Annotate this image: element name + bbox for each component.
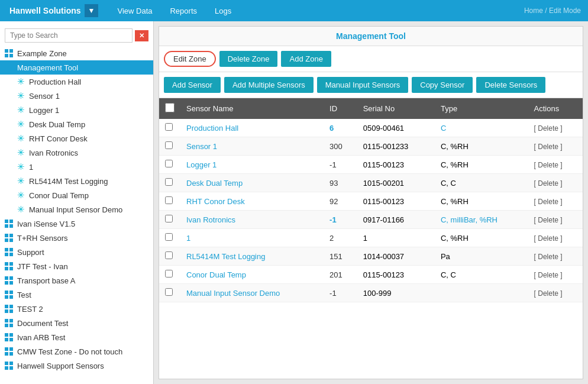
sidebar-item-support[interactable]: Support [0,245,153,259]
main-nav: View Data Reports Logs [109,3,240,19]
sensor-name-link[interactable]: Ivan Rotronics [186,215,235,224]
col-type: Type [435,98,528,119]
svg-rect-34 [5,309,8,313]
sidebar-item-ivan-rotronics[interactable]: ✳Ivan Rotronics [0,146,153,160]
sidebar-item-1[interactable]: ✳1 [0,160,153,174]
svg-rect-4 [5,63,8,67]
sensor-name-link[interactable]: Manual Input Sensor Demo [186,289,280,298]
sensor-id: 92 [324,192,357,211]
sensor-name-link[interactable]: Logger 1 [186,160,217,169]
row-checkbox[interactable] [165,141,173,149]
sidebar-item-sensor-1[interactable]: ✳Sensor 1 [0,89,153,103]
row-checkbox[interactable] [165,196,173,204]
sidebar-item-ivan-arb[interactable]: Ivan ARB Test [0,330,153,344]
search-clear-button[interactable]: ✕ [135,30,148,41]
search-input[interactable] [5,28,133,43]
row-checkbox[interactable] [165,160,173,167]
sidebar-item-test2[interactable]: TEST 2 [0,302,153,316]
sensor-icon: ✳ [15,147,26,158]
grid-icon [4,62,14,73]
svg-rect-49 [9,362,13,365]
sidebar-item-transport-base[interactable]: Transport base A [0,273,153,288]
sensor-id: -1 [324,156,357,174]
svg-rect-26 [5,281,8,285]
sidebar-item-document-test[interactable]: Document Test [0,316,153,330]
sidebar-items-container: Example Zone Management Tool✳Production … [0,46,153,373]
delete-sensor-button[interactable]: [ Delete ] [534,124,563,133]
add-sensor-button[interactable]: Add Sensor [164,77,221,93]
delete-sensors-button[interactable]: Delete Sensors [476,77,545,93]
select-all-checkbox[interactable] [165,103,175,112]
delete-sensor-button[interactable]: [ Delete ] [534,161,563,169]
sensor-name-link[interactable]: Desk Dual Temp [186,179,243,188]
sensor-name-link[interactable]: 1 [186,234,190,243]
sidebar-item-jtf-test[interactable]: JTF Test - Ivan [0,259,153,273]
sidebar-item-production-hall[interactable]: ✳Production Hall [0,75,153,89]
sensor-name-link[interactable]: RHT Conor Desk [186,197,245,206]
sensor-name-link[interactable]: Sensor 1 [186,142,217,151]
sidebar-item-cmw-test[interactable]: CMW Test Zone - Do not touch [0,344,153,359]
brand-dropdown[interactable]: ▼ [85,4,99,17]
svg-rect-39 [9,324,13,327]
add-multiple-sensors-button[interactable]: Add Multiple Sensors [224,77,314,93]
sensor-name-link[interactable]: Production Hall [186,124,238,133]
sensor-id: 2 [324,229,357,247]
sidebar-item-rl5414m[interactable]: ✳RL5414M Test Logging [0,174,153,188]
svg-rect-32 [5,305,8,308]
sensor-serial: 0115-001233 [357,137,435,156]
nav-reports[interactable]: Reports [161,3,205,19]
svg-rect-37 [9,319,13,322]
svg-rect-27 [9,281,13,285]
sensor-id: 201 [324,266,357,284]
delete-sensor-button[interactable]: [ Delete ] [534,234,563,243]
copy-sensor-button[interactable]: Copy Sensor [412,77,473,93]
sidebar-item-hanwell-support[interactable]: Hanwell Support Sensors [0,359,153,373]
delete-sensor-button[interactable]: [ Delete ] [534,179,563,188]
delete-zone-button[interactable]: Delete Zone [219,51,278,67]
sidebar-item-management-tool[interactable]: Management Tool [0,60,153,75]
svg-rect-9 [9,220,13,223]
sidebar-item-logger-1[interactable]: ✳Logger 1 [0,103,153,117]
sidebar-item-label: Ivan Rotronics [29,149,78,157]
sidebar-item-conor-dual-temp[interactable]: ✳Conor Dual Temp [0,188,153,202]
sensor-name-link[interactable]: RL5414M Test Logging [186,252,265,261]
add-zone-button[interactable]: Add Zone [281,51,331,67]
sensor-serial: 0115-00123 [357,266,435,284]
sensor-type: Pa [435,247,528,266]
row-checkbox[interactable] [165,178,173,186]
sidebar-item-manual-input[interactable]: ✳Manual Input Sensor Demo [0,202,153,217]
svg-rect-14 [5,238,8,242]
row-checkbox[interactable] [165,251,173,259]
sidebar-item-example-zone[interactable]: Example Zone [0,46,153,60]
sensor-icon: ✳ [15,133,26,144]
svg-rect-41 [9,333,13,337]
nav-view-data[interactable]: View Data [109,3,160,19]
delete-sensor-button[interactable]: [ Delete ] [534,216,563,224]
sensor-type: C, %RH [435,192,528,211]
grid-icon [4,332,14,343]
sidebar-item-label: Conor Dual Temp [29,191,89,200]
sensor-name-link[interactable]: Conor Dual Temp [186,270,246,279]
manual-input-sensors-button[interactable]: Manual Input Sensors [317,77,408,93]
delete-sensor-button[interactable]: [ Delete ] [534,271,563,279]
sidebar-item-desk-dual-temp[interactable]: ✳Desk Dual Temp [0,117,153,131]
row-checkbox[interactable] [165,123,173,131]
edit-zone-button[interactable]: Edit Zone [164,51,216,67]
row-checkbox[interactable] [165,215,173,222]
sensor-type: C, milliBar, %RH [435,211,528,229]
row-checkbox[interactable] [165,270,173,277]
nav-logs[interactable]: Logs [206,3,240,19]
sidebar-item-ivan-isense[interactable]: Ivan iSense V1.5 [0,217,153,231]
delete-sensor-button[interactable]: [ Delete ] [534,253,563,261]
table-row: 121C, %RH[ Delete ] [159,229,583,247]
delete-sensor-button[interactable]: [ Delete ] [534,198,563,206]
delete-sensor-button[interactable]: [ Delete ] [534,289,563,298]
sidebar-item-label: CMW Test Zone - Do not touch [17,347,122,356]
row-checkbox[interactable] [165,233,173,241]
sidebar-item-label: Support [17,248,44,257]
sidebar-item-test[interactable]: Test [0,288,153,302]
delete-sensor-button[interactable]: [ Delete ] [534,143,563,151]
row-checkbox[interactable] [165,288,173,296]
sidebar-item-trh-sensors[interactable]: T+RH Sensors [0,231,153,245]
sidebar-item-rht-conor-desk[interactable]: ✳RHT Conor Desk [0,131,153,146]
